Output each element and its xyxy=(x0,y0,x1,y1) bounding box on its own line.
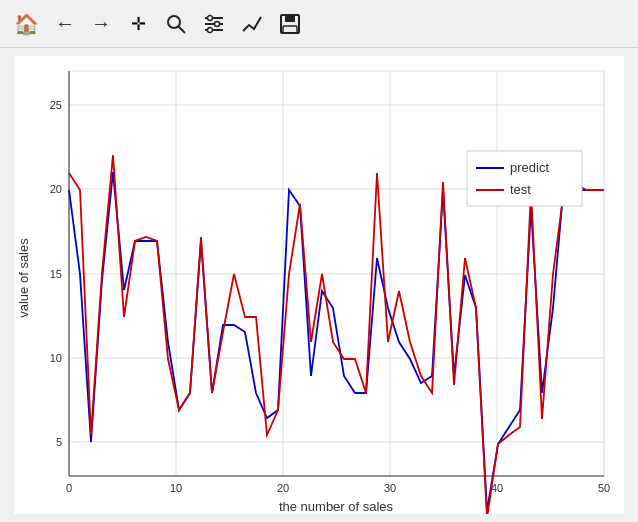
chart-svg: 0 10 20 30 40 50 5 10 15 20 25 the numbe… xyxy=(14,56,624,514)
trend-button[interactable] xyxy=(237,11,267,37)
svg-text:10: 10 xyxy=(170,482,182,494)
svg-point-7 xyxy=(215,21,220,26)
pan-button[interactable]: ✛ xyxy=(123,11,153,37)
zoom-button[interactable] xyxy=(161,11,191,37)
svg-point-1 xyxy=(168,16,180,28)
svg-text:50: 50 xyxy=(598,482,610,494)
back-button[interactable]: ← xyxy=(51,10,79,37)
svg-text:15: 15 xyxy=(50,268,62,280)
settings-button[interactable] xyxy=(199,11,229,37)
home-button[interactable]: 🏠 xyxy=(10,10,43,38)
toolbar: 🏠 ← → ✛ xyxy=(0,0,638,48)
svg-point-8 xyxy=(208,27,213,32)
save-button[interactable] xyxy=(275,11,305,37)
svg-text:25: 25 xyxy=(50,99,62,111)
svg-text:10: 10 xyxy=(50,352,62,364)
svg-text:✛: ✛ xyxy=(131,14,146,34)
svg-text:20: 20 xyxy=(277,482,289,494)
chart-container: 0 10 20 30 40 50 5 10 15 20 25 the numbe… xyxy=(14,56,624,514)
predict-legend-label: predict xyxy=(510,160,549,175)
svg-point-6 xyxy=(208,15,213,20)
svg-text:20: 20 xyxy=(50,183,62,195)
svg-text:0: 0 xyxy=(66,482,72,494)
svg-rect-11 xyxy=(283,26,297,33)
y-axis-label: value of sales xyxy=(16,238,31,318)
svg-text:5: 5 xyxy=(56,436,62,448)
svg-line-2 xyxy=(179,26,186,33)
svg-text:30: 30 xyxy=(384,482,396,494)
svg-rect-10 xyxy=(285,15,295,22)
x-axis-label: the number of sales xyxy=(279,499,394,514)
test-legend-label: test xyxy=(510,182,531,197)
forward-button[interactable]: → xyxy=(87,10,115,37)
